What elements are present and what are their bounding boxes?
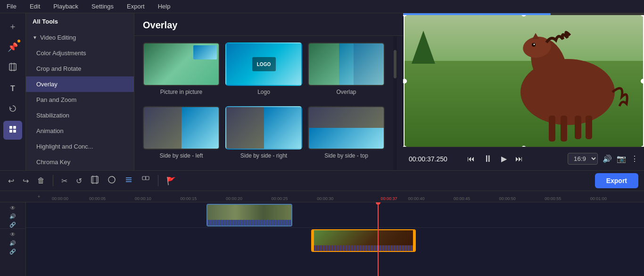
crop-icon-btn[interactable] xyxy=(3,59,22,77)
overlay-card-sbs-left[interactable]: Side by side - left xyxy=(143,106,220,164)
overlay-thumb-overlap[interactable] xyxy=(308,42,385,86)
pin-dot xyxy=(17,40,20,42)
ruler-mark-0: 00:00:00 xyxy=(52,196,68,201)
play-pause-btn[interactable]: ⏸ xyxy=(481,151,495,166)
playhead[interactable] xyxy=(378,202,379,276)
overlay-card-logo[interactable]: LOGO Logo xyxy=(225,42,302,100)
video-editing-section[interactable]: ▼ Video Editing xyxy=(26,30,134,45)
ruler-mark-10: 00:00:10 xyxy=(135,196,151,201)
tool-pan-zoom[interactable]: Pan and Zoom xyxy=(26,92,134,108)
export-btn[interactable]: Export xyxy=(595,173,638,188)
undo-btn[interactable]: ↩ xyxy=(6,174,17,188)
separator-1 xyxy=(53,175,53,186)
eye-icon-2[interactable]: 👁 xyxy=(6,231,20,238)
all-tools-label: All Tools xyxy=(33,18,58,25)
overlay-thumb-sbs-left[interactable] xyxy=(143,106,220,150)
menu-file[interactable]: File xyxy=(4,2,19,11)
ruler-mark-30: 00:00:30 xyxy=(317,196,333,201)
svg-point-12 xyxy=(533,43,535,45)
effects-icon-btn[interactable] xyxy=(3,121,22,140)
volume-track-icon-2[interactable]: 🔊 xyxy=(6,239,20,247)
menu-help[interactable]: Help xyxy=(155,2,173,11)
timeline-ruler: + 00:00:00 00:00:05 00:00:10 00:00:15 00… xyxy=(0,191,644,202)
flag-btn[interactable]: 🚩 xyxy=(164,174,178,188)
restore-btn[interactable]: ↺ xyxy=(74,174,84,188)
all-tools-header[interactable]: All Tools xyxy=(26,13,134,30)
track-2 xyxy=(26,228,644,253)
logo-placeholder: LOGO xyxy=(252,57,276,71)
skip-back-btn[interactable]: ⏮ xyxy=(465,153,477,165)
more-options-btn[interactable]: ⋮ xyxy=(631,154,638,163)
track-1-controls: 👁 🔊 🔗 xyxy=(0,204,25,229)
menu-export[interactable]: Export xyxy=(124,2,148,11)
link-icon-2[interactable]: 🔗 xyxy=(6,248,20,255)
tool-color-adjustments[interactable]: Color Adjustments xyxy=(26,45,134,61)
menu-edit[interactable]: Edit xyxy=(27,2,43,11)
ruler-left-spacer: + xyxy=(26,194,52,199)
sbs-r-right xyxy=(264,107,302,149)
horse-clip[interactable] xyxy=(311,229,416,252)
overlay-label-sbs-left: Side by side - left xyxy=(159,152,203,159)
tool-crop-rotate[interactable]: Crop and Rotate xyxy=(26,61,134,76)
overlay-card-overlap[interactable]: Overlap xyxy=(308,42,385,100)
ruler-mark-20: 00:00:20 xyxy=(226,196,242,201)
overlay-scrollbar[interactable] xyxy=(393,36,397,170)
tools-panel: All Tools ▼ Video Editing Color Adjustme… xyxy=(26,13,134,170)
tool-stabilization[interactable]: Stabilization xyxy=(26,108,134,123)
color-edit-btn[interactable] xyxy=(105,173,118,188)
overlay-card-sbs-right[interactable]: Side by side - right xyxy=(225,106,302,164)
add-icon-btn[interactable]: ＋ xyxy=(3,17,22,36)
overlap-bg-right xyxy=(339,43,384,85)
svg-rect-18 xyxy=(91,176,98,183)
road-clip[interactable] xyxy=(206,204,292,226)
horse-silhouette xyxy=(502,21,634,144)
overlay-card-sbs-top[interactable]: Side by side - top xyxy=(308,106,385,164)
tool-overlay[interactable]: Overlay xyxy=(26,76,134,92)
svg-rect-0 xyxy=(9,64,16,70)
horse-clip-handle-right[interactable] xyxy=(413,230,415,251)
collapse-arrow: ▼ xyxy=(33,35,37,40)
text-icon: T xyxy=(10,84,15,93)
track-content xyxy=(26,202,644,276)
tool-chroma-key[interactable]: Chroma Key xyxy=(26,154,134,170)
pin-icon-btn[interactable]: 📌 xyxy=(3,38,22,57)
track-1 xyxy=(26,202,644,228)
overlay-label-logo: Logo xyxy=(257,89,270,95)
delete-btn[interactable]: 🗑 xyxy=(35,174,47,187)
tool-highlight[interactable]: Highlight and Conc... xyxy=(26,139,134,154)
screenshot-btn[interactable]: 📷 xyxy=(617,154,626,163)
tool-animation[interactable]: Animation xyxy=(26,123,134,139)
handle-rm[interactable] xyxy=(641,79,644,84)
align-btn[interactable] xyxy=(122,173,135,188)
volume-btn[interactable]: 🔊 xyxy=(603,154,612,163)
add-track-btn[interactable]: + xyxy=(38,194,41,199)
menu-settings[interactable]: Settings xyxy=(89,2,116,11)
redo-btn[interactable]: ↪ xyxy=(20,174,31,188)
bottom-toolbar: ↩ ↪ 🗑 ✂ ↺ 🚩 Export xyxy=(0,170,644,191)
svg-rect-5 xyxy=(9,130,12,133)
overlay-scroll-thumb xyxy=(394,50,396,78)
history-icon-btn[interactable] xyxy=(3,100,22,119)
svg-rect-3 xyxy=(9,126,12,129)
link-icon[interactable]: 🔗 xyxy=(6,221,20,228)
overlay-thumb-sbs-top[interactable] xyxy=(308,106,385,150)
sbs-right-bg xyxy=(182,107,219,149)
layout-btn[interactable] xyxy=(139,173,152,188)
horse-clip-handle-left[interactable] xyxy=(312,230,314,251)
skip-forward-btn[interactable]: ⏭ xyxy=(513,153,525,165)
overlay-card-pip[interactable]: Picture in picture xyxy=(143,42,220,100)
menu-playback[interactable]: Playback xyxy=(50,2,81,11)
pin-icon: 📌 xyxy=(8,42,18,52)
overlay-thumb-logo[interactable]: LOGO xyxy=(225,42,302,86)
aspect-ratio-select[interactable]: 16:9 4:3 1:1 9:16 xyxy=(568,153,598,165)
overlay-thumb-pip[interactable] xyxy=(143,42,220,86)
overlay-thumb-sbs-right[interactable] xyxy=(225,106,302,150)
crop-edit-btn[interactable] xyxy=(88,173,101,188)
play-forward-btn[interactable]: ▶ xyxy=(499,152,509,165)
cut-btn[interactable]: ✂ xyxy=(59,174,70,188)
tree-left xyxy=(409,28,438,66)
eye-icon[interactable]: 👁 xyxy=(6,204,20,212)
svg-rect-15 xyxy=(575,116,581,139)
text-icon-btn[interactable]: T xyxy=(3,79,22,98)
volume-track-icon[interactable]: 🔊 xyxy=(6,213,20,220)
